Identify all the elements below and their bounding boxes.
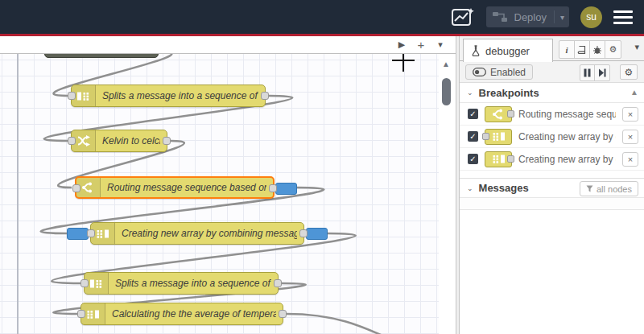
main-menu-button[interactable] bbox=[613, 10, 633, 24]
messages-section-header[interactable]: ⌄ Messages all nodes bbox=[460, 178, 644, 198]
crosshair-cursor bbox=[402, 54, 404, 72]
deploy-options-caret-icon[interactable]: ▾ bbox=[554, 10, 564, 23]
debug-button[interactable] bbox=[590, 41, 605, 58]
remove-breakpoint-button[interactable]: × bbox=[622, 107, 638, 122]
breakpoint-marker[interactable] bbox=[67, 228, 89, 240]
main-area: ▶ + ▾ Splits a message into a sequence o… bbox=[0, 36, 644, 334]
scroll-up-icon[interactable]: ▲ bbox=[442, 60, 450, 68]
deploy-label: Deploy bbox=[514, 11, 547, 23]
step-forward-icon bbox=[598, 68, 606, 77]
user-avatar[interactable]: su bbox=[580, 6, 602, 28]
scrollbar-thumb[interactable] bbox=[442, 78, 451, 105]
wire[interactable] bbox=[287, 314, 456, 334]
debugger-step-group bbox=[580, 64, 610, 81]
sidebar-tab-bar: debugger i bbox=[460, 36, 644, 61]
settings-button[interactable]: ⚙ bbox=[605, 41, 621, 58]
deploy-icon bbox=[493, 11, 509, 23]
pause-icon bbox=[584, 68, 591, 77]
input-port[interactable] bbox=[77, 310, 85, 318]
node-label: Routing message sequence based on condit… bbox=[107, 178, 266, 197]
message-filter-label: all nodes bbox=[597, 184, 632, 194]
help-button[interactable] bbox=[575, 41, 590, 58]
canvas-column: ▶ + ▾ Splits a message into a sequence o… bbox=[0, 36, 456, 334]
pause-button[interactable] bbox=[580, 65, 595, 80]
funnel-icon bbox=[586, 185, 593, 192]
breakpoint-label: Creating new array by combining message … bbox=[518, 131, 616, 142]
flow-node-split[interactable]: Splits a message into a sequence of mess… bbox=[71, 85, 266, 107]
flow-workspace[interactable]: Splits a message into a sequence of mess… bbox=[0, 54, 456, 334]
sidebar-tabs-caret-icon[interactable]: ▾ bbox=[634, 42, 639, 52]
input-port[interactable] bbox=[68, 92, 76, 100]
flow-node-split[interactable]: Splits a message into a sequence of mess… bbox=[84, 272, 279, 295]
scroll-up-icon[interactable]: ▲ bbox=[630, 88, 638, 97]
book-icon bbox=[577, 45, 587, 55]
output-port[interactable] bbox=[299, 229, 308, 237]
input-port[interactable] bbox=[68, 137, 76, 145]
message-list-empty bbox=[460, 198, 644, 210]
remove-breakpoint-button[interactable]: × bbox=[622, 130, 638, 144]
chevron-down-icon: ⌄ bbox=[467, 184, 473, 192]
message-filter-button[interactable]: all nodes bbox=[580, 181, 638, 196]
screenshot-icon[interactable] bbox=[451, 6, 475, 27]
breakpoint-row: ✓Routing message sequence based on condi… bbox=[460, 103, 644, 126]
mini-node-join-icon bbox=[485, 151, 512, 167]
output-port[interactable] bbox=[274, 279, 282, 287]
bug-icon bbox=[592, 45, 602, 55]
node-red-app: Deploy ▾ su ▶ + ▾ Splits a message into bbox=[0, 0, 644, 334]
tab-debugger[interactable]: debugger bbox=[463, 39, 553, 62]
input-port[interactable] bbox=[72, 184, 80, 192]
messages-title: Messages bbox=[479, 182, 529, 194]
node-label: Creating new array by combining message … bbox=[122, 223, 297, 244]
output-port[interactable] bbox=[163, 137, 171, 145]
debugger-enabled-toggle[interactable]: Enabled bbox=[465, 64, 533, 80]
output-port[interactable] bbox=[269, 184, 277, 192]
breakpoint-label: Creating new array by combining message … bbox=[518, 154, 616, 165]
workspace-scrollbar: ▲ bbox=[439, 54, 456, 334]
sidebar-tool-group: i bbox=[559, 40, 621, 59]
flow-node-change[interactable]: Kelvin to celcius bbox=[71, 130, 167, 152]
flow-node-partial[interactable] bbox=[44, 54, 159, 58]
output-port[interactable] bbox=[261, 92, 269, 100]
deploy-button[interactable]: Deploy ▾ bbox=[486, 6, 570, 27]
flow-node-join[interactable]: Creating new array by combining message … bbox=[90, 222, 304, 245]
add-flow-button[interactable]: + bbox=[414, 37, 428, 52]
toggle-on-icon bbox=[473, 68, 486, 76]
tab-debugger-label: debugger bbox=[485, 45, 530, 57]
gear-icon: ⚙ bbox=[609, 44, 617, 55]
step-button[interactable] bbox=[595, 65, 609, 80]
flow-list-caret-button[interactable]: ▾ bbox=[433, 37, 448, 52]
input-port[interactable] bbox=[80, 279, 89, 287]
breakpoint-marker[interactable] bbox=[275, 183, 297, 195]
node-label: Kelvin to celcius bbox=[102, 130, 160, 151]
hamburger-icon bbox=[613, 10, 633, 13]
breakpoint-row: ✓Creating new array by combining message… bbox=[460, 148, 644, 171]
debugger-toolbar: Enabled bbox=[460, 61, 644, 83]
breakpoint-label: Routing message sequence based on condit… bbox=[518, 109, 616, 120]
flask-icon bbox=[471, 45, 481, 56]
info-icon: i bbox=[565, 45, 568, 55]
tab-scroll-right-button[interactable]: ▶ bbox=[394, 37, 409, 52]
breakpoint-checkbox[interactable]: ✓ bbox=[468, 131, 478, 142]
breakpoints-section-header[interactable]: ⌄ Breakpoints ▲ bbox=[460, 83, 644, 103]
input-port[interactable] bbox=[87, 229, 95, 237]
flow-node-join[interactable]: Calculating the the average of temperatu… bbox=[80, 303, 283, 325]
info-button[interactable]: i bbox=[559, 41, 575, 58]
output-port[interactable] bbox=[279, 310, 287, 318]
enabled-label: Enabled bbox=[490, 67, 526, 78]
flow-node-switch[interactable]: Routing message sequence based on condit… bbox=[75, 176, 275, 199]
remove-breakpoint-button[interactable]: × bbox=[622, 152, 638, 167]
gear-icon: ⚙ bbox=[625, 67, 634, 78]
breakpoint-checkbox[interactable]: ✓ bbox=[468, 109, 478, 119]
right-sidebar: debugger i bbox=[460, 36, 644, 334]
node-label: Splits a message into a sequence of mess… bbox=[115, 273, 271, 294]
chevron-down-icon: ⌄ bbox=[467, 89, 473, 97]
breakpoint-marker[interactable] bbox=[306, 228, 328, 240]
breakpoint-list: ✓Routing message sequence based on condi… bbox=[460, 103, 644, 171]
node-label: Splits a message into a sequence of mess… bbox=[102, 85, 258, 106]
debugger-settings-button[interactable]: ⚙ bbox=[620, 64, 638, 80]
mini-node-join-icon bbox=[485, 129, 512, 145]
mini-node-switch-icon bbox=[485, 106, 512, 122]
app-header: Deploy ▾ su bbox=[0, 0, 644, 34]
breakpoints-title: Breakpoints bbox=[479, 87, 539, 99]
breakpoint-checkbox[interactable]: ✓ bbox=[468, 154, 478, 164]
